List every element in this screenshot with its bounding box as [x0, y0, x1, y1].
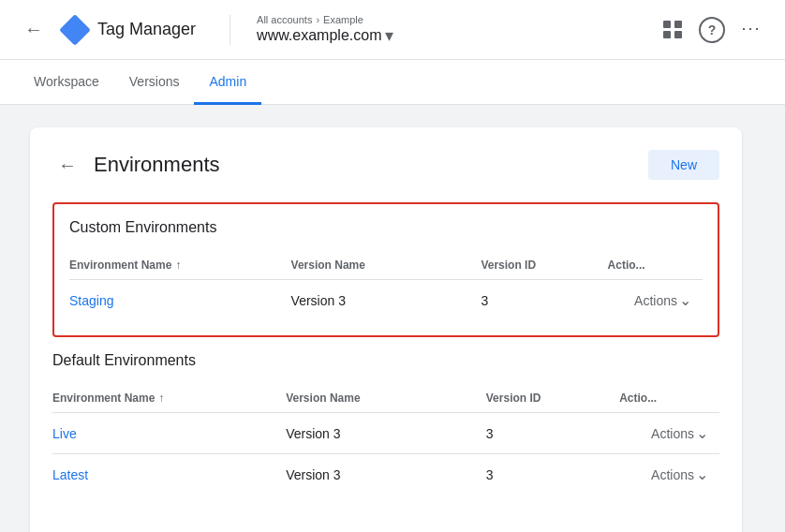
- version-name-cell: Version 3: [291, 280, 481, 321]
- account-selector[interactable]: www.example.com ▾: [257, 25, 393, 46]
- col-header-env-name: Environment Name ↑: [69, 251, 291, 280]
- app-title: Tag Manager: [97, 20, 196, 39]
- default-section-title: Default Environments: [52, 352, 719, 369]
- staging-link[interactable]: Staging: [69, 293, 113, 308]
- version-id-cell: 3: [486, 413, 619, 454]
- card-back-button[interactable]: ←: [52, 150, 82, 180]
- custom-section-title: Custom Environments: [69, 219, 703, 236]
- col-header-version-name: Version Name: [291, 251, 481, 280]
- version-name-cell: Version 3: [286, 413, 486, 454]
- col-header-version-id: Version ID: [481, 251, 607, 280]
- env-name-cell: Staging: [69, 280, 291, 321]
- custom-environments-table: Environment Name ↑ Version Name Version …: [69, 251, 703, 320]
- help-button[interactable]: ?: [699, 17, 725, 43]
- latest-link[interactable]: Latest: [52, 467, 88, 482]
- default-environments-section: Default Environments Environment Name ↑ …: [52, 352, 719, 495]
- actions-dropdown-staging[interactable]: Actions ⌄: [608, 291, 691, 309]
- tab-admin[interactable]: Admin: [194, 60, 261, 105]
- table-row: Staging Version 3 3 Actions ⌄: [69, 280, 703, 321]
- sort-icon: ↑: [175, 259, 181, 272]
- more-options-button[interactable]: ⋮: [733, 11, 770, 49]
- chevron-down-icon: ⌄: [696, 424, 708, 442]
- col-header-version-name-default: Version Name: [286, 384, 486, 413]
- col-header-actions: Actio...: [608, 251, 703, 280]
- page-title: Environments: [94, 153, 220, 177]
- version-name-cell: Version 3: [286, 454, 486, 495]
- new-environment-button[interactable]: New: [648, 150, 719, 180]
- nav-back-button[interactable]: ←: [15, 11, 52, 49]
- actions-cell: Actions ⌄: [619, 413, 719, 454]
- card-header: ← Environments New: [52, 150, 719, 180]
- account-info: All accounts › Example www.example.com ▾: [257, 14, 393, 46]
- table-row: Live Version 3 3 Actions ⌄: [52, 413, 719, 454]
- main-content: ← Environments New Custom Environments E…: [0, 105, 785, 532]
- env-name-cell: Live: [52, 413, 286, 454]
- card-title-group: ← Environments: [52, 150, 220, 180]
- tab-workspace[interactable]: Workspace: [19, 60, 114, 105]
- default-environments-table: Environment Name ↑ Version Name Version …: [52, 384, 719, 495]
- divider: [230, 15, 230, 45]
- nav-right: ? ⋮: [654, 11, 770, 49]
- live-link[interactable]: Live: [52, 426, 77, 441]
- custom-environments-section: Custom Environments Environment Name ↑ V…: [52, 202, 719, 337]
- apps-grid-button[interactable]: [654, 11, 691, 49]
- actions-dropdown-latest[interactable]: Actions ⌄: [619, 466, 708, 483]
- sort-icon-default: ↑: [158, 392, 164, 405]
- tab-versions[interactable]: Versions: [114, 60, 195, 105]
- col-header-actions-default: Actio...: [619, 384, 719, 413]
- env-name-cell: Latest: [52, 454, 286, 495]
- version-id-cell: 3: [486, 454, 619, 495]
- environments-card: ← Environments New Custom Environments E…: [30, 127, 742, 532]
- col-header-version-id-default: Version ID: [486, 384, 619, 413]
- top-nav: ← Tag Manager All accounts › Example www…: [0, 0, 785, 60]
- actions-cell: Actions ⌄: [619, 454, 719, 495]
- dropdown-arrow-icon: ▾: [385, 25, 393, 46]
- app-logo: [60, 15, 90, 45]
- version-id-cell: 3: [481, 280, 607, 321]
- actions-cell: Actions ⌄: [608, 280, 703, 321]
- secondary-nav: Workspace Versions Admin: [0, 60, 785, 105]
- chevron-down-icon: ⌄: [679, 291, 691, 309]
- table-row: Latest Version 3 3 Actions ⌄: [52, 454, 719, 495]
- breadcrumb: All accounts › Example: [257, 14, 393, 25]
- chevron-down-icon: ⌄: [696, 466, 708, 483]
- actions-dropdown-live[interactable]: Actions ⌄: [619, 424, 708, 442]
- col-header-env-name-default: Environment Name ↑: [52, 384, 286, 413]
